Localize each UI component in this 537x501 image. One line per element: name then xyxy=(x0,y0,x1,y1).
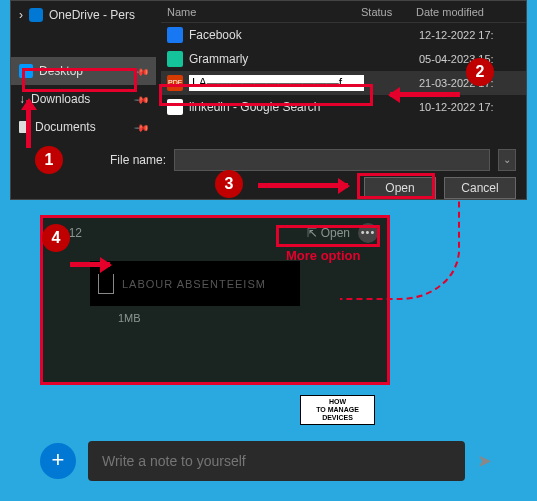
chevron-right-icon: › xyxy=(19,8,23,22)
external-icon: ⇱ xyxy=(307,226,317,240)
watermark-logo: HOWTO MANAGEDEVICES xyxy=(300,395,375,425)
dropdown-icon[interactable]: ⌄ xyxy=(498,149,516,171)
send-icon[interactable]: ➤ xyxy=(477,450,492,472)
file-row[interactable]: Facebook 12-12-2022 17: xyxy=(161,23,526,47)
file-icon xyxy=(98,274,114,294)
sidebar-onedrive[interactable]: › OneDrive - Pers xyxy=(11,1,156,29)
file-date: 05-04-2023 15: xyxy=(419,53,494,65)
sidebar: › OneDrive - Pers Desktop 📌 ↓ Downloads … xyxy=(11,1,156,141)
cancel-button[interactable]: Cancel xyxy=(444,177,516,199)
chat-message-card: 09:12 ⇱ Open ••• LABOUR ABSENTEEISM 1MB xyxy=(40,215,390,385)
google-icon xyxy=(167,99,183,115)
facebook-icon xyxy=(167,27,183,43)
attachment-size: 1MB xyxy=(90,306,300,324)
message-time: 09:12 xyxy=(52,226,82,240)
col-status[interactable]: Status xyxy=(361,6,416,18)
file-name: LA▬▬▬▬▬▬▬▬▬▬▬f xyxy=(189,75,364,91)
sidebar-label: Documents xyxy=(35,120,96,134)
attachment-name: LABOUR ABSENTEEISM xyxy=(122,278,266,290)
file-open-dialog: › OneDrive - Pers Desktop 📌 ↓ Downloads … xyxy=(10,0,527,200)
filename-label: File name: xyxy=(11,153,166,167)
chat-input-bar: + ➤ xyxy=(40,438,500,484)
pin-icon: 📌 xyxy=(134,63,150,79)
open-attachment[interactable]: ⇱ Open xyxy=(307,226,350,240)
file-date: 10-12-2022 17: xyxy=(419,101,494,113)
file-date: 12-12-2022 17: xyxy=(419,29,494,41)
download-icon: ↓ xyxy=(19,92,25,106)
col-name[interactable]: Name xyxy=(161,6,361,18)
pdf-icon: PDF xyxy=(167,75,183,91)
file-name: linkedin - Google Search xyxy=(189,100,364,114)
open-button[interactable]: Open xyxy=(364,177,436,199)
sidebar-desktop[interactable]: Desktop 📌 xyxy=(11,57,156,85)
sidebar-documents[interactable]: Documents 📌 xyxy=(11,113,156,141)
col-date[interactable]: Date modified xyxy=(416,6,484,18)
file-name: Facebook xyxy=(189,28,364,42)
attachment[interactable]: LABOUR ABSENTEEISM 1MB xyxy=(90,261,300,324)
file-date: 21-03-2022 17: xyxy=(419,77,494,89)
file-row-selected[interactable]: PDF LA▬▬▬▬▬▬▬▬▬▬▬f 21-03-2022 17: xyxy=(161,71,526,95)
sidebar-label: Desktop xyxy=(39,64,83,78)
file-name: Grammarly xyxy=(189,52,364,66)
filename-input[interactable] xyxy=(174,149,490,171)
grammarly-icon xyxy=(167,51,183,67)
attachment-preview: LABOUR ABSENTEEISM xyxy=(90,261,300,306)
sidebar-label: OneDrive - Pers xyxy=(49,8,135,22)
sidebar-label: Downloads xyxy=(31,92,90,106)
pin-icon: 📌 xyxy=(134,91,150,107)
dialog-buttons: Open Cancel xyxy=(364,177,516,199)
more-options-button[interactable]: ••• xyxy=(358,223,378,243)
cloud-icon xyxy=(29,8,43,22)
message-input[interactable] xyxy=(88,441,465,481)
open-label: Open xyxy=(321,226,350,240)
sidebar-downloads[interactable]: ↓ Downloads 📌 xyxy=(11,85,156,113)
file-row[interactable]: linkedin - Google Search 10-12-2022 17: xyxy=(161,95,526,119)
filename-row: File name: ⌄ xyxy=(11,149,516,171)
file-list: Name Status Date modified Facebook 12-12… xyxy=(161,1,526,141)
pin-icon: 📌 xyxy=(134,119,150,135)
document-icon xyxy=(19,121,29,133)
list-header: Name Status Date modified xyxy=(161,1,526,23)
add-button[interactable]: + xyxy=(40,443,76,479)
file-row[interactable]: Grammarly 05-04-2023 15: xyxy=(161,47,526,71)
chat-header: 09:12 ⇱ Open ••• xyxy=(40,215,390,251)
desktop-icon xyxy=(19,64,33,78)
